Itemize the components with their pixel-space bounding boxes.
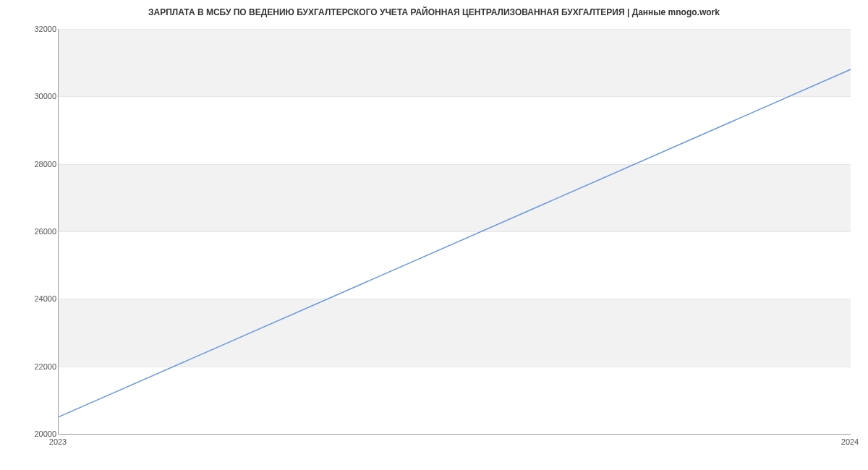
y-tick-label: 22000: [13, 362, 56, 371]
x-tick-label: 2023: [49, 437, 67, 446]
chart-container: ЗАРПЛАТА В МСБУ ПО ВЕДЕНИЮ БУХГАЛТЕРСКОГ…: [0, 0, 868, 470]
y-tick-label: 30000: [13, 92, 56, 101]
plot-area: [58, 29, 851, 435]
chart-title: ЗАРПЛАТА В МСБУ ПО ВЕДЕНИЮ БУХГАЛТЕРСКОГ…: [0, 0, 868, 22]
y-tick-label: 32000: [13, 25, 56, 33]
y-tick-label: 28000: [13, 160, 56, 168]
chart-line-svg: [59, 29, 851, 434]
y-tick-label: 24000: [13, 294, 56, 303]
y-tick-label: 26000: [13, 227, 56, 236]
salary-line: [59, 69, 851, 417]
x-tick-label: 2024: [841, 437, 859, 446]
